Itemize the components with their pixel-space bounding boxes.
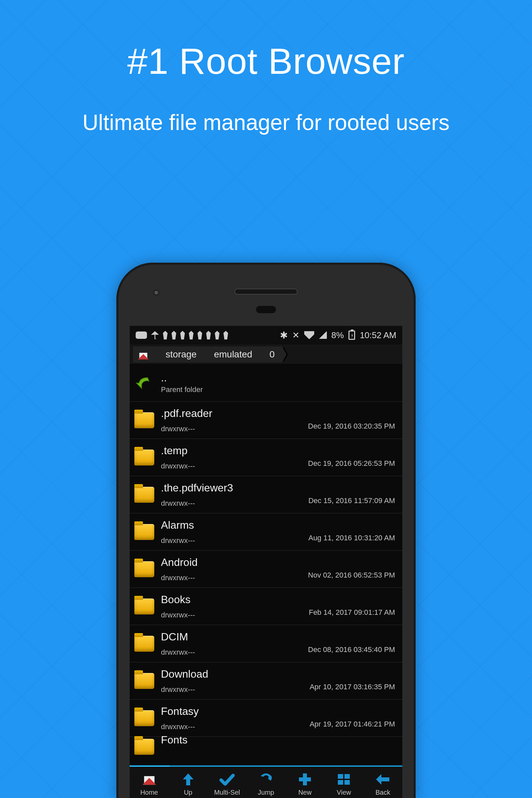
battery-charging-icon (348, 330, 355, 340)
toolbar-label: View (337, 789, 351, 796)
folder-permissions: drwxrwx--- (161, 536, 195, 545)
svg-rect-0 (338, 774, 343, 779)
toolbar-home-button[interactable]: Home (130, 767, 169, 798)
folder-icon (134, 487, 154, 503)
folder-row[interactable]: Download drwxrwx--- Apr 10, 2017 03:16:3… (130, 662, 402, 700)
battery-percent: 8% (331, 330, 344, 341)
folder-icon (134, 739, 154, 755)
toolbar-up-button[interactable]: Up (169, 767, 208, 798)
folder-name: Fontasy (161, 705, 395, 718)
status-clock: 10:52 AM (360, 330, 396, 341)
notification-app-icon (163, 331, 168, 340)
notification-app-icon (189, 331, 193, 340)
notification-app-icon (224, 331, 228, 340)
plus-icon (297, 772, 313, 787)
bluetooth-icon: ✱ (280, 330, 288, 341)
folder-permissions: drwxrwx--- (161, 611, 195, 620)
folder-date: Dec 08, 2016 03:45:40 PM (308, 645, 395, 654)
folder-row[interactable]: Books drwxrwx--- Feb 14, 2017 09:01:17 A… (130, 588, 402, 625)
check-icon (219, 772, 235, 787)
toolbar-view-button[interactable]: View (324, 767, 363, 798)
arrow-up-icon (180, 772, 196, 787)
toolbar-label: Multi-Sel (214, 789, 240, 796)
folder-permissions: drwxrwx--- (161, 462, 195, 471)
folder-icon (134, 561, 154, 577)
toolbar-back-button[interactable]: Back (363, 767, 402, 798)
toolbar-multisel-button[interactable]: Multi-Sel (208, 767, 246, 798)
svg-rect-3 (344, 780, 350, 785)
folder-icon (134, 450, 154, 466)
folder-icon (134, 524, 154, 540)
folder-icon (134, 636, 154, 652)
parent-folder-label: .. (161, 372, 395, 384)
folder-permissions: drwxrwx--- (161, 499, 195, 508)
mute-icon: ✕ (292, 330, 300, 341)
folder-row[interactable]: .the.pdfviewer3 drwxrwx--- Dec 15, 2016 … (130, 476, 402, 513)
notification-message-icon (136, 331, 147, 339)
svg-rect-1 (344, 774, 350, 779)
folder-date: Aug 11, 2016 10:31:20 AM (308, 534, 395, 542)
notification-app-icon (215, 331, 220, 340)
folder-name: .temp (161, 444, 395, 457)
folder-name: Alarms (161, 519, 395, 531)
folder-row[interactable]: Android drwxrwx--- Nov 02, 2016 06:52:53… (130, 551, 402, 588)
toolbar-label: New (298, 789, 311, 796)
folder-date: Dec 15, 2016 11:57:09 AM (308, 496, 395, 505)
toolbar-jump-button[interactable]: Jump (246, 767, 285, 798)
toolbar-indicator (130, 765, 170, 767)
folder-row[interactable]: Alarms drwxrwx--- Aug 11, 2016 10:31:20 … (130, 513, 402, 551)
file-list[interactable]: .. Parent folder .pdf.reader drwxrwx--- … (130, 364, 402, 766)
folder-permissions: drwxrwx--- (161, 424, 195, 433)
promo-headline: #1 Root Browser (0, 40, 532, 82)
notification-app-icon (180, 331, 185, 340)
notification-umbrella-icon (151, 331, 159, 339)
breadcrumb-home[interactable] (133, 346, 156, 362)
folder-row[interactable]: Fontasy drwxrwx--- Apr 19, 2017 01:46:21… (130, 700, 402, 737)
folder-date: Apr 19, 2017 01:46:21 PM (309, 720, 395, 728)
folder-date: Apr 10, 2017 03:16:35 PM (309, 683, 395, 691)
folder-row[interactable]: .pdf.reader drwxrwx--- Dec 19, 2016 03:2… (130, 402, 402, 439)
folder-permissions: drwxrwx--- (161, 685, 195, 694)
phone-mockup: ✱ ✕ 8% 10:52 AM storage emulated 0 (116, 263, 416, 798)
toolbar-label: Home (140, 789, 158, 796)
folder-row[interactable]: Fonts (130, 737, 402, 757)
folder-date: Nov 02, 2016 06:52:53 PM (308, 571, 395, 580)
arrow-left-icon (375, 772, 391, 787)
folder-name: .pdf.reader (161, 407, 395, 420)
notification-app-icon (197, 331, 202, 340)
toolbar-new-button[interactable]: New (286, 767, 324, 798)
folder-icon (134, 710, 154, 726)
device-screen: ✱ ✕ 8% 10:52 AM storage emulated 0 (130, 326, 402, 798)
home-icon (138, 350, 148, 359)
folder-row[interactable]: .temp drwxrwx--- Dec 19, 2016 05:26:53 P… (130, 439, 402, 476)
folder-date: Dec 19, 2016 03:20:35 PM (308, 422, 395, 431)
parent-folder-row[interactable]: .. Parent folder (130, 364, 402, 402)
folder-date: Feb 14, 2017 09:01:17 AM (309, 608, 395, 617)
toolbar-label: Up (184, 789, 192, 796)
breadcrumb: storage emulated 0 (130, 344, 402, 364)
toolbar-label: Back (375, 789, 390, 796)
wifi-icon (304, 331, 314, 339)
folder-permissions: drwxrwx--- (161, 648, 195, 657)
grid-icon (336, 772, 352, 787)
folder-name: DCIM (161, 631, 395, 643)
bottom-toolbar: Home Up Multi-Sel Jump New View (130, 765, 402, 798)
breadcrumb-segment[interactable]: storage (156, 346, 204, 362)
breadcrumb-segment[interactable]: emulated (204, 346, 259, 362)
cell-signal-icon (319, 331, 327, 339)
folder-icon (134, 673, 154, 689)
phone-speaker (234, 289, 298, 294)
promo-subline: Ultimate file manager for rooted users (0, 109, 532, 136)
notification-app-icon (172, 331, 176, 340)
jump-icon (258, 772, 274, 787)
folder-row[interactable]: DCIM drwxrwx--- Dec 08, 2016 03:45:40 PM (130, 625, 402, 662)
folder-name: .the.pdfviewer3 (161, 482, 395, 494)
status-bar: ✱ ✕ 8% 10:52 AM (130, 326, 402, 344)
svg-rect-2 (338, 780, 343, 785)
folder-name: Fonts (161, 734, 395, 746)
notification-app-icon (206, 331, 211, 340)
folder-permissions: drwxrwx--- (161, 573, 195, 582)
folder-name: Download (161, 668, 395, 680)
home-icon (141, 772, 157, 787)
phone-sensor (256, 306, 276, 313)
